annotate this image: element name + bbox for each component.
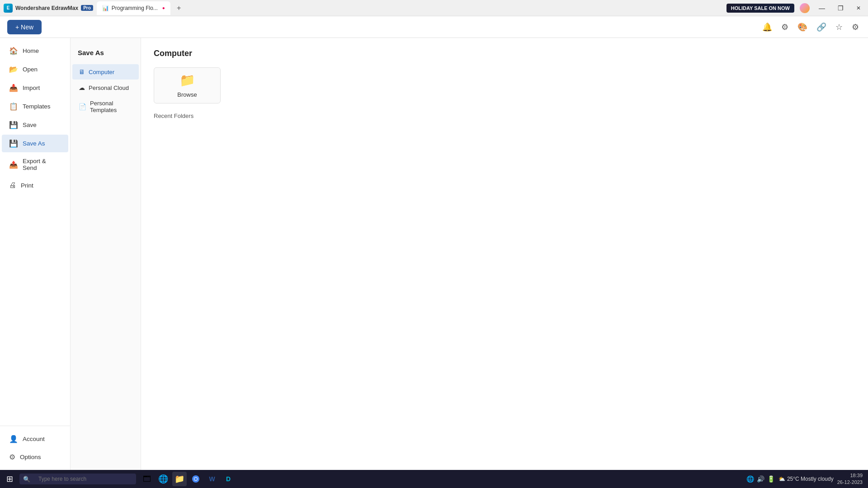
taskbar-clock: 18:39 26-12-2023 <box>837 472 863 486</box>
notifications-icon[interactable]: 🔔 <box>760 20 774 34</box>
home-icon: 🏠 <box>9 47 18 55</box>
svg-point-2 <box>194 478 197 480</box>
toolbar: + New 🔔 ⚙ 🎨 🔗 ☆ ⚙ <box>0 16 868 38</box>
sidebar-item-export[interactable]: 📤 Export & Send <box>2 153 68 176</box>
sidebar-item-home[interactable]: 🏠 Home <box>2 42 68 60</box>
sidebar-item-templates-label: Templates <box>23 103 51 110</box>
taskbar-app-explorer[interactable]: 📁 <box>172 472 187 486</box>
templates-icon: 📋 <box>9 102 18 111</box>
export-icon: 📤 <box>9 160 18 169</box>
weather-widget: ⛅ 25°C Mostly cloudy <box>778 476 834 482</box>
sidebar-item-save-as[interactable]: 💾 Save As <box>2 135 68 152</box>
tab-active[interactable]: 📊 Programming Flo... ● <box>97 1 170 15</box>
pro-badge: Pro <box>81 5 93 11</box>
titlebar-right: HOLIDAY SALE ON NOW — ❐ ✕ <box>726 3 864 13</box>
sidebar-item-options-label: Options <box>20 454 41 460</box>
settings-icon[interactable]: ⚙ <box>779 20 790 34</box>
sidebar-item-open-label: Open <box>23 66 38 73</box>
time-display: 18:39 <box>837 472 863 479</box>
main-content: Computer 📁 Browse Recent Folders <box>141 38 868 470</box>
panel-item-personal-cloud-label: Personal Cloud <box>89 84 129 91</box>
app-body: 🏠 Home 📂 Open 📥 Import 📋 Templates 💾 Sav… <box>0 38 868 470</box>
panel-item-personal-templates-label: Personal Templates <box>90 100 132 113</box>
date-display: 26-12-2023 <box>837 479 863 486</box>
computer-icon: 🖥 <box>79 68 85 75</box>
personal-templates-icon: 📄 <box>79 103 86 110</box>
network-icon[interactable]: 🌐 <box>746 475 754 483</box>
sidebar-item-account-label: Account <box>23 436 45 442</box>
weather-text: 25°C Mostly cloudy <box>787 476 834 482</box>
taskbar: ⊞ 🔍 🗔 🌐 📁 W D 🌐 🔊 🔋 ⛅ 25°C Mostly cloudy <box>0 470 868 488</box>
sidebar-item-options[interactable]: ⚙ Options <box>2 448 68 466</box>
panel-item-personal-templates[interactable]: 📄 Personal Templates <box>72 96 139 117</box>
panel-item-computer-label: Computer <box>89 69 114 75</box>
taskbar-right: 🌐 🔊 🔋 ⛅ 25°C Mostly cloudy 18:39 26-12-2… <box>746 472 866 486</box>
taskbar-app-browser[interactable]: 🌐 <box>156 472 170 486</box>
tab-active-label: Programming Flo... <box>112 5 158 11</box>
taskbar-app-view[interactable]: 🗔 <box>140 472 154 486</box>
tab-close-icon[interactable]: ● <box>162 5 165 10</box>
more-icon[interactable]: ⚙ <box>850 20 861 34</box>
sidebar-item-open[interactable]: 📂 Open <box>2 61 68 78</box>
close-button[interactable]: ✕ <box>853 4 864 12</box>
sidebar-item-save-as-label: Save As <box>23 140 45 147</box>
panel-item-personal-cloud[interactable]: ☁ Personal Cloud <box>72 80 139 95</box>
open-icon: 📂 <box>9 65 18 74</box>
taskbar-search-container[interactable]: 🔍 <box>19 474 136 484</box>
save-icon: 💾 <box>9 121 18 129</box>
taskbar-app-chrome[interactable] <box>189 472 203 486</box>
sidebar-item-save[interactable]: 💾 Save <box>2 116 68 134</box>
minimize-button[interactable]: — <box>815 4 829 13</box>
star-icon[interactable]: ☆ <box>834 20 844 34</box>
save-as-title: Save As <box>71 45 141 64</box>
taskbar-apps: 🗔 🌐 📁 W D <box>140 472 236 486</box>
sidebar-item-save-label: Save <box>23 122 37 128</box>
volume-icon[interactable]: 🔊 <box>757 475 764 483</box>
cloud-icon: ☁ <box>79 84 85 91</box>
titlebar: E Wondershare EdrawMax Pro 📊 Programming… <box>0 0 868 16</box>
options-icon: ⚙ <box>9 453 15 461</box>
sidebar-item-export-label: Export & Send <box>23 158 61 171</box>
browse-button[interactable]: 📁 Browse <box>154 67 221 103</box>
content-title: Computer <box>154 49 855 58</box>
tab-add-button[interactable]: + <box>174 3 184 13</box>
titlebar-left: E Wondershare EdrawMax Pro 📊 Programming… <box>4 1 184 15</box>
sidebar-item-import-label: Import <box>23 84 40 91</box>
recent-folders-title: Recent Folders <box>154 113 855 119</box>
toolbar-right: 🔔 ⚙ 🎨 🔗 ☆ ⚙ <box>760 20 861 34</box>
start-button[interactable]: ⊞ <box>2 472 18 486</box>
sidebar-item-import[interactable]: 📥 Import <box>2 79 68 97</box>
battery-icon[interactable]: 🔋 <box>767 475 775 483</box>
taskbar-search-icon: 🔍 <box>23 476 30 483</box>
middle-panel: Save As 🖥 Computer ☁ Personal Cloud 📄 Pe… <box>71 38 141 470</box>
sidebar-item-account[interactable]: 👤 Account <box>2 430 68 448</box>
taskbar-app-word[interactable]: W <box>205 472 219 486</box>
holiday-sale-button[interactable]: HOLIDAY SALE ON NOW <box>726 4 794 13</box>
app-logo: E Wondershare EdrawMax Pro <box>4 4 93 13</box>
print-icon: 🖨 <box>9 181 16 189</box>
import-icon: 📥 <box>9 84 18 92</box>
folder-icon: 📁 <box>179 73 195 88</box>
panel-item-computer[interactable]: 🖥 Computer <box>72 64 139 80</box>
sidebar-item-print[interactable]: 🖨 Print <box>2 177 68 194</box>
logo-icon: E <box>4 4 13 13</box>
browse-label: Browse <box>177 91 197 98</box>
account-icon: 👤 <box>9 435 18 443</box>
maximize-button[interactable]: ❐ <box>834 4 847 13</box>
new-button[interactable]: + New <box>7 20 42 34</box>
sidebar-item-home-label: Home <box>23 47 39 54</box>
taskbar-search-input[interactable] <box>33 474 132 484</box>
sidebar: 🏠 Home 📂 Open 📥 Import 📋 Templates 💾 Sav… <box>0 38 71 470</box>
taskbar-app-edraw[interactable]: D <box>221 472 236 486</box>
sidebar-bottom: 👤 Account ⚙ Options <box>0 426 70 466</box>
taskbar-systray: 🌐 🔊 🔋 <box>746 475 775 483</box>
sidebar-item-print-label: Print <box>21 182 33 189</box>
theme-icon[interactable]: 🎨 <box>796 20 809 34</box>
save-as-icon: 💾 <box>9 139 18 148</box>
sidebar-item-templates[interactable]: 📋 Templates <box>2 98 68 115</box>
weather-icon: ⛅ <box>778 476 785 482</box>
user-avatar[interactable] <box>800 3 810 13</box>
app-name: Wondershare EdrawMax <box>15 5 78 11</box>
share-icon[interactable]: 🔗 <box>815 20 828 34</box>
